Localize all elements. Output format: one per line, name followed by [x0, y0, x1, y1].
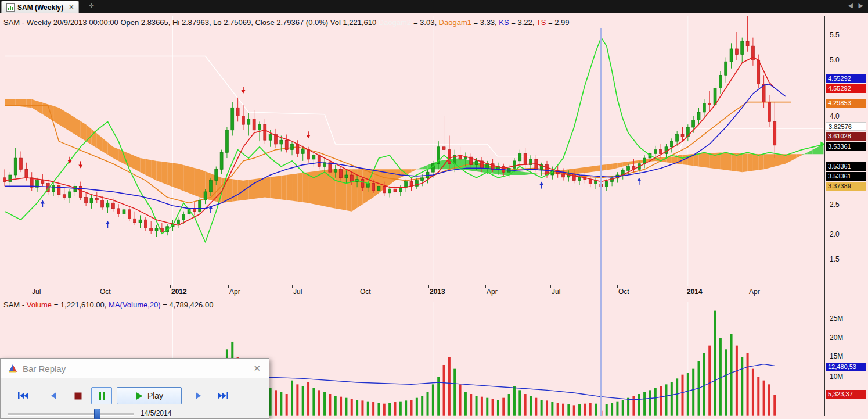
tab-scroll-right-icon[interactable]: ▶ [859, 2, 863, 9]
price-axis-tick: 2.0 [830, 230, 840, 238]
x-axis-label: Jul [552, 288, 560, 296]
crosshair-line [600, 28, 602, 416]
price-axis-badge: 4.29853 [826, 99, 866, 108]
price-axis-badge: 3.82576 [826, 122, 866, 131]
x-axis-label: Jul [32, 288, 41, 296]
replay-skip-start-button[interactable] [15, 388, 32, 404]
price-axis-badge: 4.55292 [826, 84, 866, 93]
price-chart-svg[interactable] [0, 16, 824, 286]
play-icon [135, 392, 143, 400]
replay-slider-thumb[interactable] [94, 409, 100, 419]
x-axis-label: 2013 [430, 288, 445, 296]
app-window: SAM (Weekly) ✕ ✛ ◀ ▶ SAM - Weekly 20/9/2… [0, 0, 868, 419]
volume-axis-tick: 10M [830, 373, 843, 381]
replay-dialog-body: Play 14/5/2014 [1, 378, 269, 419]
price-axis-badge: 3.37389 [826, 182, 866, 191]
x-axis-label: Oct [100, 288, 111, 296]
volume-axis-badge: 5,323,37 [826, 390, 866, 399]
price-axis-badge: 4.55292 [826, 74, 866, 83]
replay-dialog: Bar Replay ✕ [0, 358, 269, 419]
replay-slider[interactable] [8, 413, 134, 416]
replay-pause-button[interactable] [91, 387, 112, 404]
replay-play-button[interactable]: Play [117, 387, 182, 404]
axis-divider [824, 16, 825, 416]
x-axis-label: 2012 [171, 288, 187, 296]
x-axis-label: Apr [487, 288, 498, 296]
x-axis-label: Oct [618, 288, 629, 296]
replay-dialog-title: Bar Replay [23, 364, 66, 374]
volume-axis-tick: 25M [830, 314, 843, 323]
stop-icon [74, 392, 82, 400]
volume-axis-tick: 20M [830, 334, 843, 342]
replay-date-label: 14/5/2014 [141, 409, 171, 417]
pause-icon [98, 392, 106, 400]
price-axis-badge: 3.53361 [826, 162, 866, 171]
skip-start-icon [17, 392, 29, 400]
tab-bar: SAM (Weekly) ✕ ✛ ◀ ▶ [0, 0, 868, 13]
replay-stop-button[interactable] [69, 388, 87, 404]
tab-sam-weekly[interactable]: SAM (Weekly) ✕ [1, 1, 79, 13]
tab-close-icon[interactable]: ✕ [69, 3, 74, 11]
price-axis-badge: 3.53361 [826, 172, 866, 181]
price-axis-tick: 4.0 [830, 112, 840, 120]
x-axis-label: 2014 [687, 288, 703, 296]
replay-play-label: Play [147, 391, 163, 400]
price-axis-tick: 5.0 [830, 56, 840, 64]
volume-axis-badge: 12,480,53 [826, 363, 866, 371]
price-axis-badge: 3.61028 [826, 132, 866, 141]
x-axis-label: Apr [749, 288, 760, 296]
price-xaxis-divider [0, 285, 868, 285]
tab-label: SAM (Weekly) [17, 3, 63, 12]
x-axis-label: Oct [360, 288, 371, 296]
price-axis-tick: 2.5 [830, 200, 840, 209]
replay-step-back-button[interactable] [45, 388, 62, 404]
volume-axis-tick: 15M [830, 352, 843, 360]
price-axis-badge: 3.53361 [826, 142, 866, 151]
step-back-icon [49, 392, 57, 400]
replay-close-icon[interactable]: ✕ [253, 363, 261, 374]
price-axis-tick: 5.5 [830, 31, 840, 39]
replay-skip-end-button[interactable] [214, 388, 232, 404]
replay-dialog-icon [8, 364, 18, 373]
tab-overflow-icon[interactable]: ✛ [89, 2, 94, 9]
xaxis-volume-divider [0, 298, 868, 298]
step-forward-icon [195, 392, 203, 400]
replay-dialog-titlebar[interactable]: Bar Replay ✕ [1, 359, 269, 378]
x-axis-label: Jul [293, 288, 302, 296]
skip-end-icon [217, 392, 229, 400]
tab-scroll-left-icon[interactable]: ◀ [848, 2, 853, 9]
x-axis-label: Apr [229, 288, 240, 296]
price-axis-tick: 1.5 [830, 255, 840, 263]
replay-step-forward-button[interactable] [190, 388, 207, 404]
chart-icon [6, 3, 15, 12]
